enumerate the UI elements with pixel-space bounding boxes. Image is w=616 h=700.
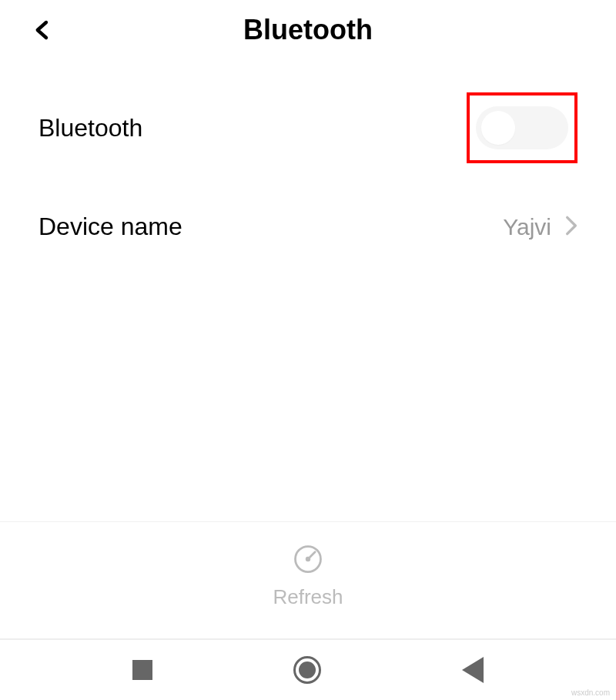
watermark: wsxdn.com bbox=[571, 688, 610, 697]
refresh-icon bbox=[291, 542, 325, 579]
bluetooth-toggle-row: Bluetooth bbox=[0, 68, 616, 188]
refresh-button[interactable]: Refresh bbox=[0, 522, 616, 638]
device-name-row[interactable]: Device name Yajvi bbox=[0, 188, 616, 266]
bluetooth-toggle[interactable] bbox=[476, 106, 568, 149]
highlight-box bbox=[467, 92, 578, 163]
nav-home-icon[interactable] bbox=[293, 656, 321, 684]
refresh-label: Refresh bbox=[273, 585, 343, 609]
header: Bluetooth bbox=[0, 0, 616, 68]
bluetooth-label: Bluetooth bbox=[38, 114, 142, 142]
nav-back-icon[interactable] bbox=[462, 657, 484, 683]
nav-recent-icon[interactable] bbox=[132, 660, 152, 680]
back-icon[interactable] bbox=[31, 15, 54, 45]
device-name-value: Yajvi bbox=[503, 214, 551, 240]
device-name-value-group: Yajvi bbox=[503, 214, 578, 240]
page-title: Bluetooth bbox=[23, 14, 593, 46]
device-name-label: Device name bbox=[38, 213, 182, 241]
toggle-knob bbox=[481, 111, 515, 145]
content: Bluetooth Device name Yajvi bbox=[0, 68, 616, 638]
navigation-bar bbox=[0, 638, 616, 700]
chevron-right-icon bbox=[565, 215, 578, 239]
svg-point-2 bbox=[306, 558, 310, 561]
spacer bbox=[0, 266, 616, 521]
